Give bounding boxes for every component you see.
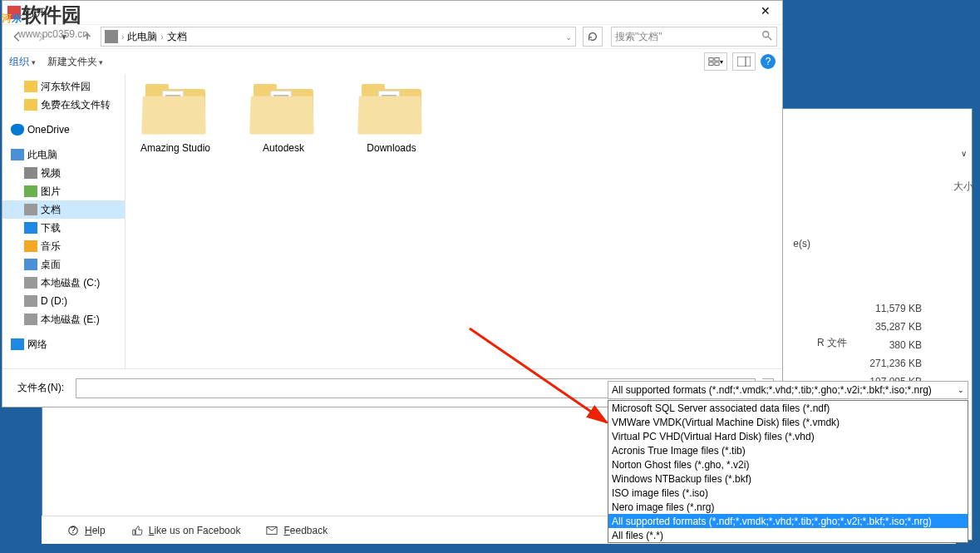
svg-point-0: [763, 31, 769, 37]
onedrive-icon: [11, 124, 24, 136]
filter-option[interactable]: All files (*.*): [608, 528, 968, 542]
filter-option[interactable]: VMWare VMDK(Virtual Machine Disk) files …: [608, 415, 968, 429]
recent-dropdown[interactable]: ▾: [54, 27, 74, 47]
dialog-titlebar: 打开 ✕: [2, 1, 782, 24]
search-placeholder: 搜索"文档": [615, 30, 662, 44]
file-type-filter[interactable]: All supported formats (*.ndf;*.vmdk;*.vh…: [608, 381, 968, 399]
preview-pane-button[interactable]: [732, 52, 756, 71]
up-button[interactable]: [77, 27, 97, 47]
filter-option[interactable]: Norton Ghost files (*.gho, *.v2i): [608, 457, 968, 472]
folder-label: Amazing Studio: [134, 142, 217, 154]
filter-option[interactable]: Windows NTBackup files (*.bkf): [608, 472, 968, 486]
tree-item[interactable]: 本地磁盘 (E:): [2, 310, 125, 328]
tree-item-label: 网络: [27, 338, 47, 352]
tree-item-label: 此电脑: [27, 148, 57, 162]
help-button[interactable]: ?: [761, 54, 776, 69]
tree-item[interactable]: 河东软件园: [2, 77, 125, 96]
svg-rect-4: [709, 62, 713, 66]
help-link[interactable]: ? HHelpelp: [66, 525, 106, 536]
folder-icon: [142, 82, 209, 136]
tree-item-label: D (D:): [41, 295, 67, 307]
forward-button[interactable]: [31, 27, 51, 47]
breadcrumb-root[interactable]: 此电脑: [127, 30, 157, 44]
chevron-down-icon: ⌄: [958, 386, 964, 394]
app-icon: [7, 6, 21, 19]
mail-icon: [265, 525, 278, 536]
tree-item[interactable]: 音乐: [2, 237, 125, 255]
tree-item-label: 本地磁盘 (C:): [41, 276, 100, 290]
dl-icon: [24, 222, 37, 234]
svg-rect-5: [715, 62, 719, 66]
bg-dropdown-icon[interactable]: ∨: [953, 146, 973, 160]
tree-item-label: 视频: [41, 166, 61, 180]
tree-item-label: 河东软件园: [41, 80, 91, 94]
back-button[interactable]: [7, 27, 27, 47]
chevron-down-icon[interactable]: ⌄: [565, 32, 572, 42]
tree-item-label: 下载: [41, 221, 61, 235]
tree-item-label: 音乐: [41, 239, 61, 254]
view-mode-button[interactable]: ▾: [704, 52, 727, 71]
close-button[interactable]: ✕: [754, 4, 777, 21]
bg-type-hint: R 文件: [817, 336, 847, 350]
disk-icon: [24, 295, 37, 307]
svg-rect-6: [737, 57, 751, 67]
feedback-link[interactable]: FeedbackFeedback: [265, 525, 327, 536]
breadcrumb-current[interactable]: 文档: [167, 30, 187, 44]
facebook-link[interactable]: Like us on FacebookLike us on Facebook: [131, 525, 241, 536]
tree-item[interactable]: OneDrive: [2, 121, 125, 139]
disk-icon: [24, 277, 37, 289]
search-icon[interactable]: [761, 30, 773, 44]
refresh-button[interactable]: [583, 27, 603, 47]
tree-item-label: 文档: [41, 203, 61, 217]
tree-item[interactable]: 文档: [2, 200, 125, 219]
help-icon: ?: [66, 525, 80, 536]
disk-icon: [24, 314, 37, 325]
folder-item[interactable]: Downloads: [350, 82, 433, 154]
bg-ext-hint: e(s): [793, 238, 810, 249]
folder-label: Autodesk: [242, 142, 325, 154]
location-icon: [105, 30, 118, 43]
folder-item[interactable]: Autodesk: [242, 82, 325, 154]
tree-item[interactable]: 下载: [2, 219, 125, 237]
search-input[interactable]: 搜索"文档": [611, 27, 777, 47]
svg-text:?: ?: [71, 525, 76, 535]
filter-option[interactable]: Microsoft SQL Server associated data fil…: [608, 401, 968, 415]
tree-item[interactable]: 网络: [2, 335, 125, 353]
new-folder-button[interactable]: 新建文件夹: [47, 55, 104, 69]
tree-item[interactable]: 本地磁盘 (C:): [2, 274, 125, 292]
tree-item[interactable]: 视频: [2, 164, 125, 182]
tree-item[interactable]: 此电脑: [2, 146, 125, 164]
folder-icon: [24, 99, 37, 111]
organize-menu[interactable]: 组织: [9, 55, 36, 69]
svg-line-1: [768, 36, 771, 39]
bg-file-sizes: 11,579 KB 35,287 KB 380 KB 271,236 KB 10…: [869, 299, 922, 391]
pic-icon: [24, 185, 37, 197]
tree-item[interactable]: D (D:): [2, 292, 125, 310]
tree-item-label: 本地磁盘 (E:): [41, 313, 100, 327]
folder-icon: [24, 81, 37, 92]
filter-option[interactable]: Nero image files (*.nrg): [608, 500, 968, 514]
tree-item[interactable]: 图片: [2, 182, 125, 200]
thumbs-up-icon: [131, 525, 144, 536]
tree-item[interactable]: 免费在线文件转: [2, 96, 125, 114]
bg-size-column-header: 大小: [953, 180, 973, 194]
video-icon: [24, 167, 37, 179]
folder-item[interactable]: Amazing Studio: [134, 82, 217, 154]
folder-tree[interactable]: 河东软件园免费在线文件转OneDrive此电脑视频图片文档下载音乐桌面本地磁盘 …: [2, 74, 126, 368]
bg-header: ∨: [953, 146, 973, 160]
dialog-nav: ▾ › 此电脑 › 文档 ⌄ 搜索"文档": [2, 24, 782, 49]
file-list[interactable]: Amazing StudioAutodeskDownloads: [126, 74, 782, 368]
filter-option[interactable]: Acronis True Image files (*.tib): [608, 443, 968, 457]
filter-option[interactable]: Virtual PC VHD(Virtual Hard Disk) files …: [608, 429, 968, 443]
filter-option[interactable]: ISO image files (*.iso): [608, 486, 968, 500]
music-icon: [24, 240, 37, 252]
breadcrumb[interactable]: › 此电脑 › 文档 ⌄: [101, 27, 576, 47]
tree-item-label: 免费在线文件转: [41, 98, 111, 112]
folder-icon: [358, 82, 425, 136]
file-open-dialog: 打开 ✕ ▾ › 此电脑 › 文档 ⌄ 搜索"文档" 组织 新建文件夹: [2, 0, 783, 407]
net-icon: [11, 338, 24, 350]
folder-icon: [250, 82, 317, 136]
file-type-dropdown[interactable]: Microsoft SQL Server associated data fil…: [608, 400, 968, 543]
tree-item[interactable]: 桌面: [2, 255, 125, 274]
filter-option[interactable]: All supported formats (*.ndf;*.vmdk;*.vh…: [608, 514, 968, 528]
